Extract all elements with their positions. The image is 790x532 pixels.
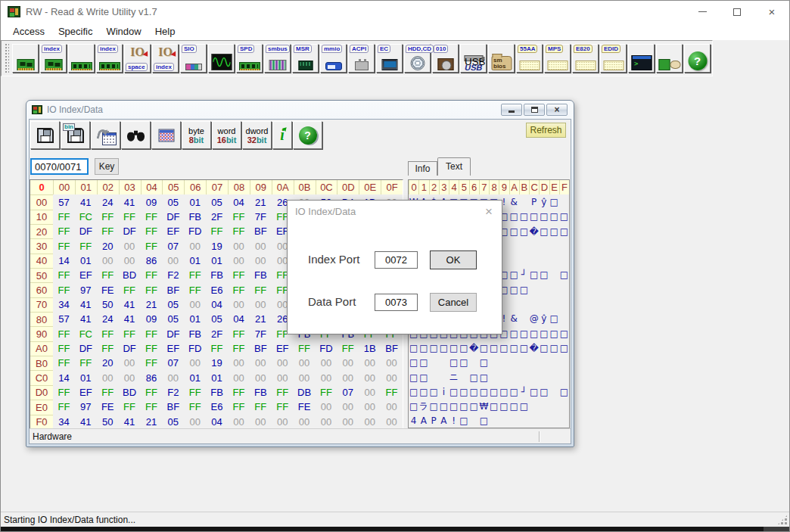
- hex-cell[interactable]: 41: [75, 194, 97, 209]
- toolbar-button-smbios[interactable]: sm bios: [488, 44, 515, 73]
- hex-cell[interactable]: FF: [228, 400, 250, 414]
- toolbar-button-ec[interactable]: EC: [376, 44, 403, 73]
- hex-cell[interactable]: 24: [97, 312, 119, 326]
- hex-cell[interactable]: 00: [184, 297, 206, 312]
- minimize-button[interactable]: [685, 1, 720, 23]
- hex-cell[interactable]: FF: [75, 356, 97, 370]
- hex-cell[interactable]: 00: [119, 254, 141, 268]
- hex-cell[interactable]: 00: [162, 370, 184, 384]
- menu-access[interactable]: Access: [6, 24, 51, 39]
- hex-cell[interactable]: 01: [184, 254, 206, 268]
- dialog-titlebar[interactable]: IO Index/Data ×: [288, 201, 502, 222]
- hex-cell[interactable]: FF: [184, 400, 206, 414]
- hex-cell[interactable]: 05: [206, 194, 228, 209]
- hex-cell[interactable]: 00: [272, 356, 294, 370]
- hex-cell[interactable]: 05: [162, 312, 184, 326]
- hex-cell[interactable]: 00: [228, 415, 250, 429]
- hex-cell[interactable]: 01: [75, 254, 97, 268]
- hex-cell[interactable]: FF: [97, 341, 119, 356]
- toolbar-button-super-io[interactable]: SIO: [180, 44, 207, 73]
- hex-cell[interactable]: FF: [141, 238, 163, 253]
- hex-cell[interactable]: 97: [75, 282, 97, 297]
- toolbar-button-pci-index[interactable]: index: [40, 44, 67, 73]
- hex-cell[interactable]: 97: [75, 400, 97, 414]
- hex-cell[interactable]: 86: [141, 254, 163, 268]
- hex-cell[interactable]: 00: [250, 238, 272, 253]
- hex-cell[interactable]: BF: [250, 341, 272, 356]
- toolbar-button-e820[interactable]: E820: [572, 44, 599, 73]
- hex-cell[interactable]: FC: [75, 326, 97, 341]
- hex-cell[interactable]: 00: [184, 356, 206, 370]
- hex-cell[interactable]: 05: [162, 194, 184, 209]
- toolbar-button-hdd-cd[interactable]: HDD,CD: [404, 44, 431, 73]
- export-button[interactable]: [91, 121, 120, 149]
- hex-cell[interactable]: 00: [119, 238, 141, 253]
- hex-cell[interactable]: EF: [75, 385, 97, 400]
- hex-cell[interactable]: FF: [53, 326, 75, 341]
- hex-cell[interactable]: EF: [162, 341, 184, 356]
- hex-cell[interactable]: 05: [206, 312, 228, 326]
- toolbar-button-55aa[interactable]: 55AA: [516, 44, 543, 73]
- hex-cell[interactable]: FF: [250, 282, 272, 297]
- hex-cell[interactable]: FF: [316, 385, 337, 400]
- hex-cell[interactable]: 00: [228, 370, 250, 384]
- hex-cell[interactable]: FF: [119, 400, 141, 414]
- hex-cell[interactable]: 00: [294, 370, 316, 384]
- hex-cell[interactable]: 04: [228, 312, 250, 326]
- maximize-button[interactable]: [720, 1, 754, 23]
- hex-cell[interactable]: 34: [53, 297, 75, 312]
- close-button[interactable]: ×: [754, 1, 789, 23]
- hex-cell[interactable]: FF: [53, 341, 75, 356]
- hex-cell[interactable]: 41: [75, 312, 97, 326]
- hex-cell[interactable]: 01: [184, 194, 206, 209]
- data-port-input[interactable]: [375, 294, 418, 311]
- hex-cell[interactable]: FD: [316, 341, 337, 356]
- hex-cell[interactable]: FF: [206, 341, 228, 356]
- hex-cell[interactable]: FB: [184, 210, 206, 224]
- toolbar-button-disk-edit[interactable]: 010: [432, 44, 459, 73]
- hex-cell[interactable]: 00: [294, 415, 316, 429]
- hex-cell[interactable]: DF: [119, 224, 141, 238]
- toolbar-button-io-space[interactable]: spaceIO: [124, 44, 151, 73]
- hex-cell[interactable]: 00: [359, 356, 381, 370]
- hex-cell[interactable]: 01: [184, 312, 206, 326]
- resize-grip[interactable]: [777, 515, 788, 525]
- hex-cell[interactable]: FF: [228, 268, 250, 282]
- child-close-button[interactable]: ×: [546, 104, 568, 116]
- hex-cell[interactable]: 01: [75, 370, 97, 384]
- hex-cell[interactable]: FF: [97, 385, 119, 400]
- toolbar-button-mmio[interactable]: mmio: [320, 44, 347, 73]
- hex-cell[interactable]: 00: [359, 370, 381, 384]
- hex-cell[interactable]: FF: [53, 356, 75, 370]
- hex-cell[interactable]: 50: [97, 297, 119, 312]
- hex-cell[interactable]: 7F: [250, 326, 272, 341]
- hex-cell[interactable]: FB: [250, 385, 272, 400]
- toolbar-button-command[interactable]: >: [628, 44, 655, 73]
- tab-info[interactable]: Info: [408, 161, 437, 176]
- hex-cell[interactable]: 00: [119, 356, 141, 370]
- hex-cell[interactable]: 00: [316, 415, 337, 429]
- toolbar-button-edid[interactable]: EDID: [600, 44, 627, 73]
- hex-cell[interactable]: 41: [119, 312, 141, 326]
- hex-cell[interactable]: BF: [250, 224, 272, 238]
- hex-cell[interactable]: FF: [53, 268, 75, 282]
- hex-cell[interactable]: E6: [206, 400, 228, 414]
- word-mode-button[interactable]: word16bit: [212, 121, 241, 149]
- hex-cell[interactable]: FF: [97, 210, 119, 224]
- port-address-input[interactable]: [30, 158, 89, 175]
- hex-cell[interactable]: FF: [141, 356, 163, 370]
- hex-cell[interactable]: 00: [337, 400, 359, 414]
- hex-cell[interactable]: FF: [53, 400, 75, 414]
- byte-mode-button[interactable]: byte8bit: [182, 121, 211, 149]
- hex-cell[interactable]: 7F: [250, 210, 272, 224]
- dword-mode-button[interactable]: dword32bit: [242, 121, 272, 149]
- hex-cell[interactable]: FF: [184, 268, 206, 282]
- hex-cell[interactable]: FF: [53, 210, 75, 224]
- hex-cell[interactable]: 09: [141, 194, 163, 209]
- hex-cell[interactable]: 57: [53, 312, 75, 326]
- toolbar-button-io-index[interactable]: indexIO: [152, 44, 179, 73]
- hex-cell[interactable]: 00: [250, 370, 272, 384]
- hex-cell[interactable]: FF: [141, 210, 163, 224]
- hex-cell[interactable]: 34: [53, 415, 75, 429]
- child-restore-button[interactable]: [524, 104, 545, 116]
